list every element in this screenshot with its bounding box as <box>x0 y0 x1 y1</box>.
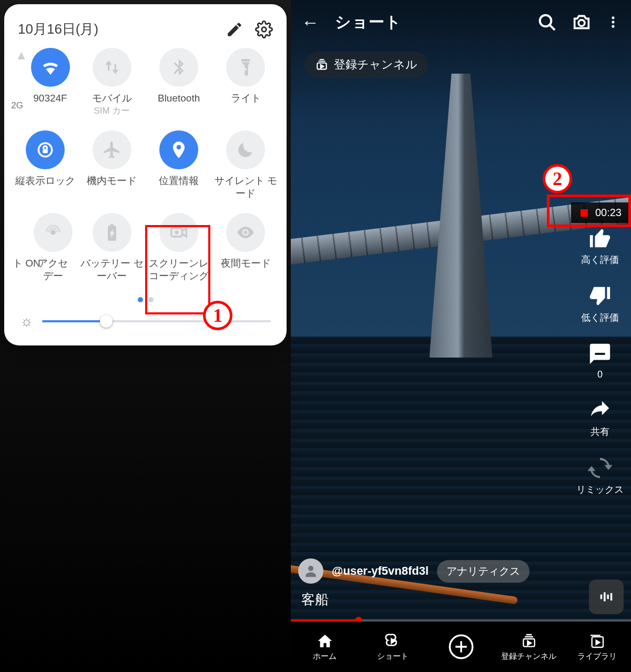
remix-label: リミックス <box>576 483 624 496</box>
flashlight-icon <box>236 57 256 77</box>
svg-rect-14 <box>604 593 606 602</box>
tile-label: バッテリー セーバー <box>78 257 145 282</box>
gear-icon[interactable] <box>255 21 273 38</box>
nav-library[interactable]: ライブラリ <box>563 622 631 672</box>
tile-label: Bluetooth <box>158 92 200 105</box>
pager-dot[interactable] <box>138 297 143 302</box>
brightness-track[interactable] <box>42 320 271 322</box>
brightness-icon: ☼ <box>20 313 34 330</box>
user-handle[interactable]: @user-yf5vn8fd3l <box>332 564 429 578</box>
nav-create[interactable] <box>427 622 495 672</box>
hotspot-icon <box>43 222 63 242</box>
tile-battery-saver[interactable]: バッテリー セーバー <box>78 213 145 282</box>
subscriptions-chip[interactable]: 登録チャンネル <box>304 52 428 78</box>
share-label: 共有 <box>591 425 609 438</box>
qs-date: 10月16日(月) <box>18 20 214 38</box>
comments-button[interactable]: 0 <box>588 342 612 380</box>
thumbs-up-icon <box>588 226 612 250</box>
library-icon <box>588 633 605 649</box>
youtube-shorts-screenshot: ← ショート 登録チャンネル 00:23 2 高く評価 低く評価 0 共有 <box>291 0 631 672</box>
prev-tile-fragment: ト ON <box>9 257 40 270</box>
dislike-button[interactable]: 低く評価 <box>581 284 619 324</box>
dislike-label: 低く評価 <box>581 311 619 324</box>
tile-wifi[interactable]: ▲ 90324F 2G <box>12 48 78 117</box>
tile-label: 機内モード <box>87 175 137 187</box>
tile-label: 位置情報 <box>159 175 199 187</box>
remix-icon <box>588 456 612 480</box>
tile-silent[interactable]: サイレント モード <box>212 130 279 200</box>
nav-label: ホーム <box>313 651 337 661</box>
audio-source-button[interactable] <box>589 579 624 614</box>
tile-label: モバイル <box>92 92 132 105</box>
svg-point-8 <box>612 16 614 19</box>
tile-airplane[interactable]: 機内モード <box>78 130 145 200</box>
more-vert-icon[interactable] <box>606 12 620 33</box>
share-button[interactable]: 共有 <box>588 398 612 438</box>
subscriptions-nav-icon <box>521 633 537 649</box>
shorts-icon <box>384 633 401 649</box>
wifi-icon <box>40 57 60 77</box>
edit-icon[interactable] <box>226 21 243 38</box>
tile-label: 夜間モード <box>221 257 271 270</box>
svg-rect-15 <box>607 595 609 599</box>
airplane-icon <box>102 140 122 160</box>
tile-label: サイレント モード <box>212 175 279 200</box>
tile-rotation-lock[interactable]: 縦表示ロック <box>12 130 78 200</box>
nav-label: 登録チャンネル <box>501 651 556 661</box>
person-icon <box>303 563 319 579</box>
remix-button[interactable]: リミックス <box>576 456 624 496</box>
comment-icon <box>588 342 612 366</box>
back-icon[interactable]: ← <box>301 12 319 33</box>
annotation-box-1 <box>145 225 210 314</box>
like-button[interactable]: 高く評価 <box>581 226 619 266</box>
qs-header: 10月16日(月) <box>12 17 279 48</box>
audio-bars-icon <box>597 588 615 606</box>
tile-mobile-data[interactable]: モバイル SIM カー <box>78 48 145 117</box>
tile-label: アクセ デー <box>38 257 68 282</box>
svg-point-7 <box>578 20 585 26</box>
nav-label: ライブラリ <box>577 651 617 661</box>
tile-sublabel: SIM カー <box>94 105 130 117</box>
annotation-box-2 <box>547 195 631 227</box>
analytics-pill[interactable]: アナリティクス <box>437 560 530 583</box>
rotation-lock-icon <box>35 140 55 160</box>
android-quick-settings-screenshot: 10月16日(月) ▲ 90324F 2G モ <box>0 0 291 672</box>
svg-rect-16 <box>610 593 613 600</box>
tile-location[interactable]: 位置情報 <box>146 130 212 200</box>
nav-label: ショート <box>377 651 409 661</box>
bottom-nav: ホーム ショート 登録チャンネル ライブラリ <box>291 622 631 672</box>
mobile-data-icon <box>102 57 122 77</box>
svg-point-3 <box>51 231 54 234</box>
brightness-thumb[interactable] <box>100 315 113 328</box>
tile-bluetooth[interactable]: Bluetooth <box>146 48 212 117</box>
video-caption: 客船 <box>301 590 329 609</box>
share-icon <box>588 398 612 422</box>
shorts-side-actions: 高く評価 低く評価 0 共有 リミックス <box>576 226 624 496</box>
tile-flashlight[interactable]: ライト <box>212 48 279 117</box>
svg-point-9 <box>612 21 614 23</box>
battery-saver-icon <box>102 222 122 242</box>
wifi-2g: 2G <box>11 100 23 111</box>
avatar[interactable] <box>298 558 323 584</box>
tile-label: ライト <box>231 92 261 105</box>
tile-label: 90324F <box>33 92 67 105</box>
search-icon[interactable] <box>536 12 557 33</box>
location-icon <box>169 140 189 160</box>
tile-hotspot[interactable]: ト ON アクセ デー <box>12 213 78 282</box>
tile-night-mode[interactable]: 夜間モード <box>212 213 279 282</box>
svg-point-6 <box>540 15 552 27</box>
annotation-badge-1: 1 <box>203 301 232 330</box>
camera-icon[interactable] <box>571 12 592 33</box>
svg-point-0 <box>262 27 267 32</box>
comments-count: 0 <box>597 369 603 380</box>
nav-shorts[interactable]: ショート <box>359 622 426 672</box>
annotation-badge-2: 2 <box>543 164 572 194</box>
svg-point-10 <box>612 25 614 28</box>
bluetooth-icon <box>169 57 189 77</box>
nav-home[interactable]: ホーム <box>291 622 359 672</box>
brightness-slider[interactable]: ☼ <box>12 313 279 330</box>
plus-circle-icon <box>447 633 475 660</box>
moon-icon <box>236 140 256 160</box>
nav-subscriptions[interactable]: 登録チャンネル <box>495 622 563 672</box>
author-row: @user-yf5vn8fd3l アナリティクス <box>298 558 530 584</box>
